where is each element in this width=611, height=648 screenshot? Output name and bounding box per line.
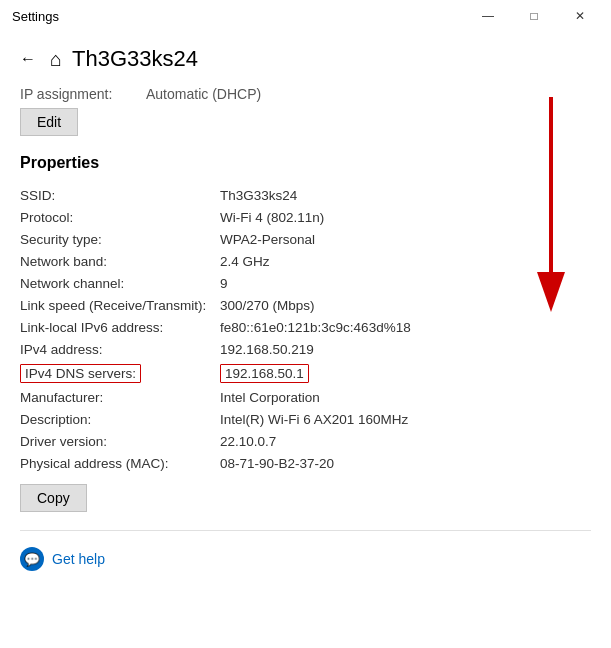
prop-label: Security type: (20, 228, 220, 250)
table-row: Protocol:Wi-Fi 4 (802.11n) (20, 206, 591, 228)
close-button[interactable]: ✕ (557, 0, 603, 32)
ip-assignment-value: Automatic (DHCP) (146, 86, 261, 102)
ip-assignment-row: IP assignment: Automatic (DHCP) (20, 86, 591, 102)
maximize-button[interactable]: □ (511, 0, 557, 32)
title-bar-controls: — □ ✕ (465, 0, 603, 32)
back-button[interactable]: ← (16, 48, 40, 70)
prop-label: IPv4 address: (20, 338, 220, 360)
wifi-icon: ⌂ (50, 48, 62, 71)
back-header: ← ⌂ Th3G33ks24 (0, 32, 611, 78)
prop-value: Th3G33ks24 (220, 184, 591, 206)
table-row: Network channel:9 (20, 272, 591, 294)
prop-label: Description: (20, 408, 220, 430)
inner-content: IP assignment: Automatic (DHCP) Edit Pro… (0, 86, 611, 599)
title-bar: Settings — □ ✕ (0, 0, 611, 32)
properties-table: SSID:Th3G33ks24Protocol:Wi-Fi 4 (802.11n… (20, 184, 591, 474)
main-content: ← ⌂ Th3G33ks24 IP assignment: Automatic … (0, 32, 611, 648)
edit-button[interactable]: Edit (20, 108, 78, 136)
table-row: Manufacturer:Intel Corporation (20, 386, 591, 408)
table-row: Network band:2.4 GHz (20, 250, 591, 272)
prop-label: Driver version: (20, 430, 220, 452)
help-icon: 💬 (20, 547, 44, 571)
properties-title: Properties (20, 154, 591, 172)
table-row: IPv4 DNS servers:192.168.50.1 (20, 360, 591, 386)
get-help-link[interactable]: 💬 Get help (20, 539, 591, 579)
prop-label: Network channel: (20, 272, 220, 294)
prop-label: IPv4 DNS servers: (20, 360, 220, 386)
prop-label: Network band: (20, 250, 220, 272)
prop-value: Intel Corporation (220, 386, 591, 408)
prop-value: 192.168.50.1 (220, 360, 591, 386)
prop-value: fe80::61e0:121b:3c9c:463d%18 (220, 316, 591, 338)
settings-window: Settings — □ ✕ ← ⌂ Th3G33 (0, 0, 611, 648)
title-bar-left: Settings (12, 9, 59, 24)
table-row: SSID:Th3G33ks24 (20, 184, 591, 206)
minimize-button[interactable]: — (465, 0, 511, 32)
prop-label: Link speed (Receive/Transmit): (20, 294, 220, 316)
window-title: Settings (12, 9, 59, 24)
prop-value: 192.168.50.219 (220, 338, 591, 360)
table-row: Link speed (Receive/Transmit):300/270 (M… (20, 294, 591, 316)
prop-value: 22.10.0.7 (220, 430, 591, 452)
prop-value: 08-71-90-B2-37-20 (220, 452, 591, 474)
network-name: Th3G33ks24 (72, 46, 198, 72)
prop-value: WPA2-Personal (220, 228, 591, 250)
prop-label: Link-local IPv6 address: (20, 316, 220, 338)
prop-value: 9 (220, 272, 591, 294)
table-row: IPv4 address:192.168.50.219 (20, 338, 591, 360)
table-row: Link-local IPv6 address:fe80::61e0:121b:… (20, 316, 591, 338)
page-title: ⌂ Th3G33ks24 (50, 46, 198, 72)
prop-value: 300/270 (Mbps) (220, 294, 591, 316)
prop-value: Wi-Fi 4 (802.11n) (220, 206, 591, 228)
table-row: Security type:WPA2-Personal (20, 228, 591, 250)
table-row: Physical address (MAC):08-71-90-B2-37-20 (20, 452, 591, 474)
prop-label: Manufacturer: (20, 386, 220, 408)
table-row: Driver version:22.10.0.7 (20, 430, 591, 452)
prop-value: 2.4 GHz (220, 250, 591, 272)
prop-label: Protocol: (20, 206, 220, 228)
ip-assignment-label: IP assignment: (20, 86, 130, 102)
copy-button[interactable]: Copy (20, 484, 87, 512)
prop-label: Physical address (MAC): (20, 452, 220, 474)
divider (20, 530, 591, 531)
prop-value: Intel(R) Wi-Fi 6 AX201 160MHz (220, 408, 591, 430)
table-row: Description:Intel(R) Wi-Fi 6 AX201 160MH… (20, 408, 591, 430)
get-help-label: Get help (52, 551, 105, 567)
prop-label: SSID: (20, 184, 220, 206)
